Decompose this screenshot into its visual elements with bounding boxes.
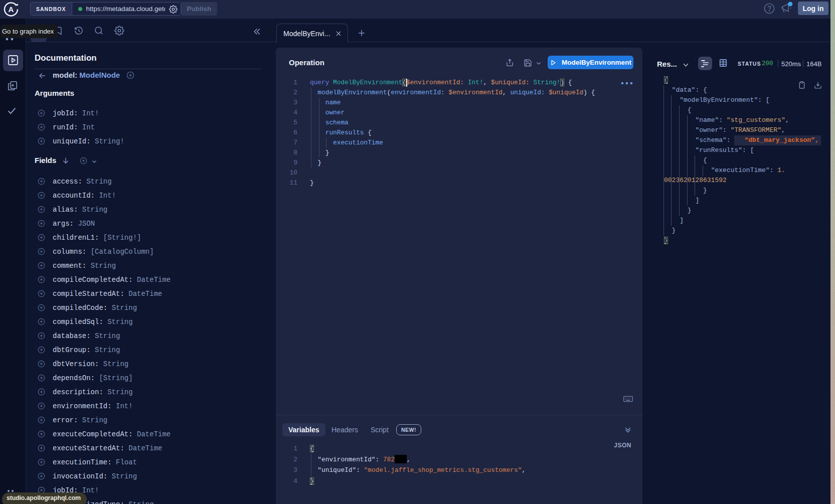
svg-text:A: A bbox=[9, 5, 14, 14]
